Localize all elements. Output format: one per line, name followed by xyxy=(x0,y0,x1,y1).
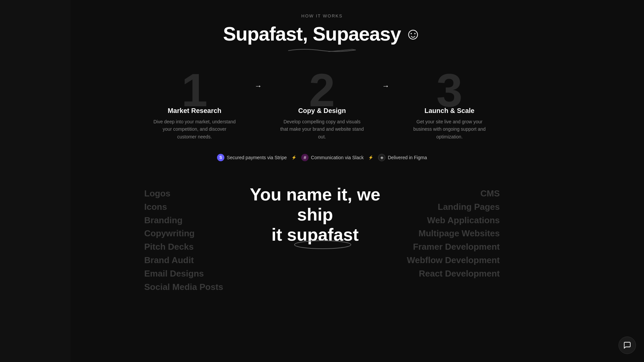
figma-icon: ◈ xyxy=(378,154,385,161)
right-list: CMS Landing Pages Web Applications Multi… xyxy=(407,185,500,280)
bolt-1: ⚡ xyxy=(291,155,297,160)
right-item-landing-pages[interactable]: Landing Pages xyxy=(438,201,500,213)
cta-highlight: supafast xyxy=(287,225,359,245)
left-item-logos[interactable]: Logos xyxy=(144,188,223,199)
center-cta: You name it, we ship it supafast xyxy=(223,185,407,245)
arrow-2: → xyxy=(372,67,399,90)
stripe-icon: S xyxy=(217,154,224,161)
right-item-multipage-websites[interactable]: Multipage Websites xyxy=(419,228,500,239)
cta-text: You name it, we ship it supafast xyxy=(237,185,394,245)
left-item-copywriting[interactable]: Copywriting xyxy=(144,228,223,239)
figma-label: Delivered in Figma xyxy=(388,155,427,160)
steps-row: 1 Market Research Dive deep into your ma… xyxy=(144,67,500,140)
cta-prefix: it xyxy=(271,225,287,244)
section-label: HOW IT WORKS xyxy=(301,13,342,18)
bottom-section: Logos Icons Branding Copywriting Pitch D… xyxy=(144,185,500,293)
step-2: 2 Copy & Design Develop compelling copy … xyxy=(272,67,372,140)
slack-label: Communication via Slack xyxy=(311,155,364,160)
left-item-branding[interactable]: Branding xyxy=(144,215,223,226)
right-item-cms[interactable]: CMS xyxy=(480,188,500,199)
badge-stripe: S Secured payments via Stripe xyxy=(217,154,287,161)
left-item-brand-audit[interactable]: Brand Audit xyxy=(144,255,223,266)
smiley-icon: ☺ xyxy=(405,25,421,43)
chat-icon xyxy=(623,341,631,349)
left-item-icons[interactable]: Icons xyxy=(144,201,223,213)
step-1-desc: Dive deep into your market, understand y… xyxy=(153,118,236,140)
right-item-framer-development[interactable]: Framer Development xyxy=(413,241,500,253)
left-item-social-media-posts[interactable]: Social Media Posts xyxy=(144,282,223,293)
step-2-title: Copy & Design xyxy=(298,107,346,115)
step-2-number: 2 xyxy=(309,67,335,114)
step-3-number: 3 xyxy=(436,67,463,114)
arrow-1: → xyxy=(245,67,272,90)
step-3: 3 Launch & Scale Get your site live and … xyxy=(399,67,500,140)
underline-decoration xyxy=(285,47,359,53)
left-item-pitch-decks[interactable]: Pitch Decks xyxy=(144,241,223,253)
step-3-title: Launch & Scale xyxy=(425,107,475,115)
stripe-label: Secured payments via Stripe xyxy=(227,155,287,160)
bolt-2: ⚡ xyxy=(368,155,373,160)
badge-figma: ◈ Delivered in Figma xyxy=(378,154,427,161)
right-item-webflow-development[interactable]: Webflow Development xyxy=(407,255,500,266)
step-1-title: Market Research xyxy=(168,107,221,115)
step-2-desc: Develop compelling copy and visuals that… xyxy=(280,118,364,140)
chat-bubble[interactable] xyxy=(619,337,636,354)
heading-text: Supafast, Supaeasy xyxy=(223,23,401,45)
cta-line2: it supafast xyxy=(237,225,394,245)
page-wrapper: HOW IT WORKS Supafast, Supaeasy ☺ 1 Mark… xyxy=(144,0,500,293)
left-sidebar xyxy=(0,0,70,362)
step-3-desc: Get your site live and grow your busines… xyxy=(408,118,491,140)
left-item-email-designs[interactable]: Email Designs xyxy=(144,268,223,280)
right-item-web-applications[interactable]: Web Applications xyxy=(427,215,500,226)
left-list: Logos Icons Branding Copywriting Pitch D… xyxy=(144,185,223,293)
badge-row: S Secured payments via Stripe ⚡ # Commun… xyxy=(217,154,427,161)
slack-icon: # xyxy=(301,154,309,161)
step-1-number: 1 xyxy=(181,67,208,114)
right-item-react-development[interactable]: React Development xyxy=(419,268,500,280)
badge-slack: # Communication via Slack xyxy=(301,154,364,161)
cta-line1: You name it, we ship xyxy=(237,185,394,225)
step-1: 1 Market Research Dive deep into your ma… xyxy=(144,67,245,140)
main-heading: Supafast, Supaeasy ☺ xyxy=(223,23,421,45)
